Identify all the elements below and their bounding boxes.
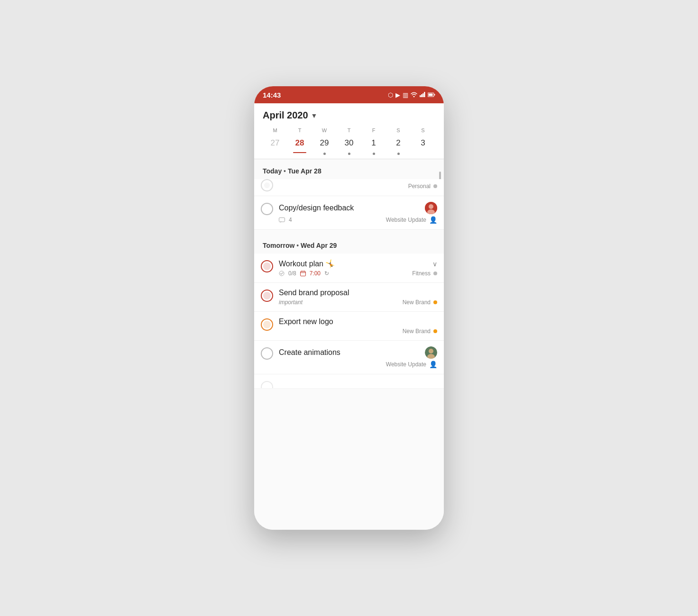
today-date: Tue Apr 28 <box>288 167 321 175</box>
create-animations-shared-icon: 👤 <box>429 361 437 368</box>
copy-design-meta-left: 4 <box>279 217 292 223</box>
today-section-title: Today • Tue Apr 28 <box>263 167 321 175</box>
svg-rect-12 <box>300 272 305 276</box>
copy-design-title-row: Copy/design feedback <box>279 202 437 214</box>
export-logo-task-item[interactable]: Export new logo New Brand <box>254 312 444 341</box>
day-num-1: 1 <box>366 135 382 151</box>
personal-task-meta-right: Personal <box>408 183 437 190</box>
month-dropdown-icon[interactable]: ▼ <box>311 112 318 119</box>
create-animations-project-label: Website Update <box>386 361 426 368</box>
send-brand-meta: important New Brand <box>279 299 437 306</box>
personal-task-checkbox[interactable] <box>261 179 273 191</box>
month-row[interactable]: April 2020 ▼ <box>263 110 435 121</box>
day-letter-thu: T <box>348 127 351 133</box>
day-letter-mon: M <box>273 127 277 133</box>
repeat-icon: ↻ <box>324 270 329 277</box>
copy-design-name: Copy/design feedback <box>279 204 354 212</box>
day-num-3: 3 <box>415 135 431 151</box>
week-row: M 27 T 28 W 29 T 30 <box>263 127 435 159</box>
workout-plan-name: Workout plan 🤸 <box>279 259 335 268</box>
copy-design-checkbox[interactable] <box>261 203 273 215</box>
copy-design-avatar <box>425 202 437 214</box>
send-brand-meta-left: important <box>279 299 303 306</box>
tomorrow-label: Tomorrow <box>263 242 294 249</box>
today-label: Today <box>263 167 282 175</box>
svg-rect-14 <box>303 271 304 272</box>
vibrate-icon: ▥ <box>403 91 408 99</box>
day-letter-fri: F <box>372 127 376 133</box>
workout-plan-meta: 0/8 7:00 ↻ <box>279 270 437 277</box>
personal-task-body: Personal <box>279 181 437 190</box>
svg-rect-5 <box>434 94 435 95</box>
next-section-hint[interactable] <box>254 374 444 389</box>
shared-person-icon: 👤 <box>429 216 437 224</box>
today-task-list: Personal Copy/design feedback <box>254 179 444 230</box>
copy-design-body: Copy/design feedback <box>279 202 437 224</box>
day-num-30: 30 <box>341 135 357 151</box>
day-letter-tue: T <box>298 127 302 133</box>
day-col-tue[interactable]: T 28 <box>287 127 312 157</box>
export-logo-checkbox[interactable] <box>261 318 273 331</box>
copy-design-avatar-img <box>425 202 437 214</box>
personal-project-label: Personal <box>408 183 431 190</box>
day-col-thu[interactable]: T 30 <box>337 127 361 157</box>
day-dot-sat <box>397 153 400 155</box>
day-col-mon[interactable]: M 27 <box>263 127 287 157</box>
create-animations-meta-right: Website Update 👤 <box>386 361 437 368</box>
send-brand-name: Send brand proposal <box>279 289 349 297</box>
day-letter-wed: W <box>322 127 327 133</box>
battery-icon <box>428 91 435 99</box>
tomorrow-section-header: Tomorrow • Wed Apr 29 <box>254 234 444 254</box>
day-letter-sat: S <box>396 127 400 133</box>
day-col-fri[interactable]: F 1 <box>361 127 386 157</box>
tomorrow-section-title: Tomorrow • Wed Apr 29 <box>263 242 337 249</box>
svg-rect-10 <box>279 217 285 222</box>
workout-plan-meta-left: 0/8 7:00 ↻ <box>279 270 329 277</box>
create-animations-avatar <box>425 346 437 359</box>
day-dot-fri <box>373 153 375 155</box>
cast-icon: ⬡ <box>388 91 393 99</box>
workout-plan-body: Workout plan 🤸 ∨ 0/8 <box>279 259 437 277</box>
video-icon: ▶ <box>395 91 400 99</box>
svg-point-8 <box>429 204 433 209</box>
send-brand-meta-right: New Brand <box>403 299 437 306</box>
create-animations-title-row: Create animations <box>279 346 437 359</box>
next-task-checkbox[interactable] <box>261 381 273 389</box>
create-animations-name: Create animations <box>279 348 340 357</box>
export-logo-project-label: New Brand <box>403 328 431 335</box>
app-content: April 2020 ▼ M 27 T 28 W 29 <box>254 103 444 530</box>
personal-task-item[interactable]: Personal <box>254 179 444 196</box>
create-animations-meta: Website Update 👤 <box>279 361 437 368</box>
create-animations-task-item[interactable]: Create animations <box>254 341 444 374</box>
export-logo-name: Export new logo <box>279 317 333 326</box>
send-brand-body: Send brand proposal important New Brand <box>279 289 437 306</box>
tomorrow-task-list: Workout plan 🤸 ∨ 0/8 <box>254 254 444 389</box>
create-animations-checkbox[interactable] <box>261 347 273 360</box>
tomorrow-dot-sep: • <box>296 242 301 249</box>
tomorrow-date: Wed Apr 29 <box>301 242 337 249</box>
copy-design-project-label: Website Update <box>386 217 426 223</box>
day-col-sat[interactable]: S 2 <box>386 127 411 157</box>
day-col-wed[interactable]: W 29 <box>312 127 337 157</box>
copy-design-task-item[interactable]: Copy/design feedback <box>254 196 444 230</box>
day-num-28: 28 <box>292 135 308 151</box>
send-brand-task-item[interactable]: Send brand proposal important New Brand <box>254 283 444 312</box>
workout-plan-task-item[interactable]: Workout plan 🤸 ∨ 0/8 <box>254 254 444 283</box>
svg-rect-0 <box>420 95 421 97</box>
day-num-27: 27 <box>267 135 283 151</box>
workout-plan-checkbox[interactable] <box>261 260 273 272</box>
export-logo-meta-right: New Brand <box>403 328 437 335</box>
workout-plan-chevron[interactable]: ∨ <box>432 260 437 268</box>
day-col-sun[interactable]: S 3 <box>411 127 435 157</box>
copy-design-meta: 4 Website Update 👤 <box>279 216 437 224</box>
send-brand-checkbox[interactable] <box>261 290 273 302</box>
copy-design-meta-right: Website Update 👤 <box>386 216 437 224</box>
day-dot-thu <box>348 153 350 155</box>
export-logo-title-row: Export new logo <box>279 317 437 326</box>
day-letter-sun: S <box>421 127 424 133</box>
svg-rect-3 <box>424 92 425 97</box>
personal-task-meta: Personal <box>279 183 437 190</box>
status-icons-group: ⬡ ▶ ▥ <box>388 91 435 99</box>
comment-icon <box>279 217 285 223</box>
send-brand-project-label: New Brand <box>403 299 431 306</box>
